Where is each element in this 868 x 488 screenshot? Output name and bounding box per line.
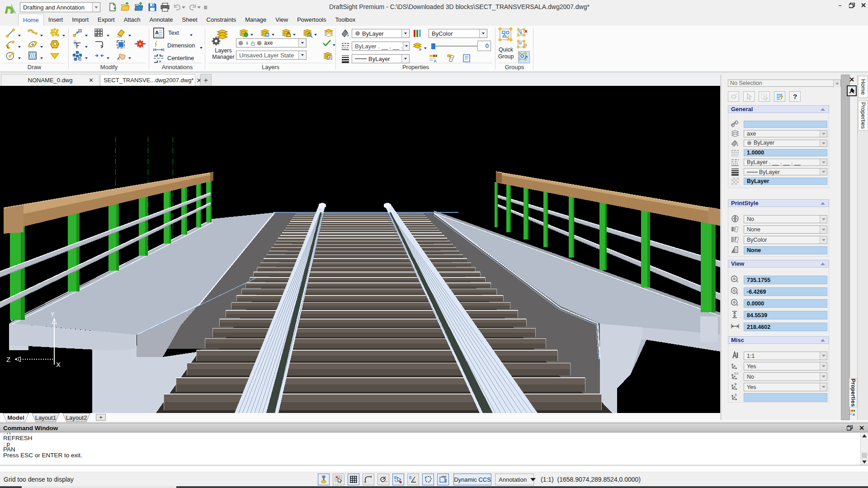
svg-text:A: A xyxy=(434,59,437,63)
svg-text:Y: Y xyxy=(51,311,55,318)
svg-text:A: A xyxy=(853,413,855,416)
svg-text:A: A xyxy=(735,393,737,396)
svg-text:A: A xyxy=(155,30,159,35)
svg-text:Z: Z xyxy=(6,356,10,363)
svg-text:A: A xyxy=(117,57,120,61)
svg-text:E: E xyxy=(409,475,412,480)
svg-text:z: z xyxy=(736,303,738,307)
svg-text:x: x xyxy=(736,279,738,283)
svg-text:y: y xyxy=(736,291,738,295)
svg-text:X: X xyxy=(56,361,61,368)
svg-text:E: E xyxy=(394,475,397,480)
svg-text:0.0: 0.0 xyxy=(734,372,738,375)
